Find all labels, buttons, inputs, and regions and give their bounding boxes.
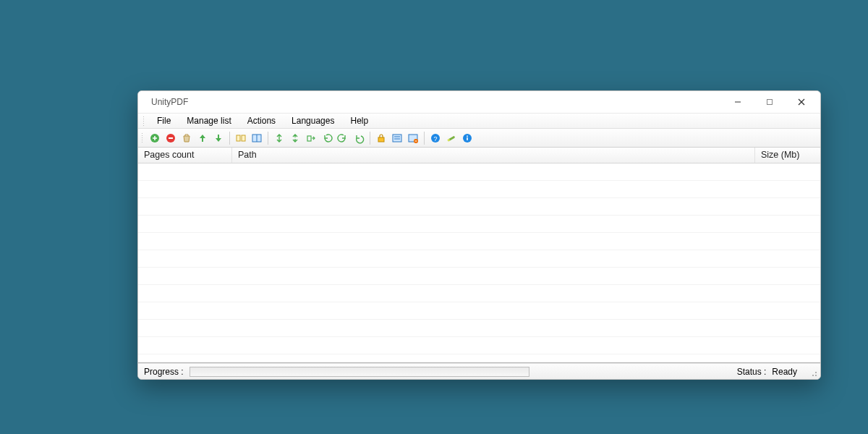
progress-bar — [190, 367, 529, 377]
col-pages[interactable]: Pages count — [138, 148, 232, 163]
toolbar-separator — [268, 132, 268, 145]
status-value: Ready — [772, 367, 797, 377]
split-size-button[interactable] — [273, 132, 286, 145]
toolbar-separator — [424, 132, 425, 145]
rotate-left-button[interactable] — [320, 132, 333, 145]
svg-rect-23 — [467, 135, 468, 137]
settings-button[interactable] — [445, 132, 458, 145]
merge-button[interactable] — [234, 132, 247, 145]
svg-rect-7 — [242, 135, 245, 141]
menu-grip-icon — [142, 116, 145, 126]
move-down-button[interactable] — [212, 132, 225, 145]
toolbar-separator — [229, 132, 230, 145]
toolbar-separator — [370, 132, 370, 145]
menu-actions[interactable]: Actions — [240, 114, 283, 127]
svg-rect-6 — [237, 135, 240, 141]
close-button[interactable] — [786, 92, 817, 112]
minimize-button[interactable] — [722, 92, 754, 112]
menu-languages[interactable]: Languages — [284, 114, 341, 127]
remove-button[interactable] — [164, 132, 177, 145]
resize-grip-icon[interactable] — [807, 367, 817, 377]
app-window: UnityPDF File Manage list Actions Langua… — [137, 90, 821, 380]
menu-manage-list[interactable]: Manage list — [179, 114, 238, 127]
list-rows[interactable] — [138, 163, 820, 362]
status-label: Status : — [737, 367, 767, 377]
metadata-remove-button[interactable] — [407, 132, 420, 145]
menu-file[interactable]: File — [150, 114, 178, 127]
progress-label: Progress : — [144, 367, 184, 377]
svg-rect-22 — [467, 137, 468, 140]
split-pages-button[interactable] — [289, 132, 302, 145]
svg-rect-11 — [378, 137, 384, 142]
metadata-button[interactable] — [391, 132, 404, 145]
clear-button[interactable] — [180, 132, 193, 145]
svg-text:?: ? — [433, 135, 437, 142]
window-controls — [722, 92, 817, 112]
menu-help[interactable]: Help — [343, 114, 375, 127]
menu-bar: File Manage list Actions Languages Help — [138, 113, 820, 129]
svg-rect-10 — [307, 136, 311, 141]
extract-button[interactable] — [305, 132, 318, 145]
col-path[interactable]: Path — [232, 148, 755, 163]
move-up-button[interactable] — [196, 132, 209, 145]
file-list[interactable]: Pages count Path Size (Mb) — [138, 148, 820, 363]
maximize-button[interactable] — [754, 92, 786, 112]
app-title: UnityPDF — [151, 97, 188, 107]
help-button[interactable]: ? — [429, 132, 442, 145]
status-bar: Progress : Status : Ready — [138, 363, 820, 379]
svg-rect-1 — [767, 100, 773, 105]
svg-rect-12 — [393, 135, 401, 142]
col-size[interactable]: Size (Mb) — [755, 148, 820, 163]
undo-button[interactable] — [352, 132, 365, 145]
add-button[interactable] — [148, 132, 161, 145]
title-bar[interactable]: UnityPDF — [138, 91, 820, 113]
protect-button[interactable] — [375, 132, 388, 145]
column-headers: Pages count Path Size (Mb) — [138, 148, 820, 163]
split-button[interactable] — [250, 132, 263, 145]
toolbar-grip-icon — [141, 132, 144, 144]
row-grid — [138, 163, 820, 362]
toolbar: ? — [138, 129, 820, 148]
rotate-right-button[interactable] — [336, 132, 349, 145]
about-button[interactable] — [461, 132, 474, 145]
